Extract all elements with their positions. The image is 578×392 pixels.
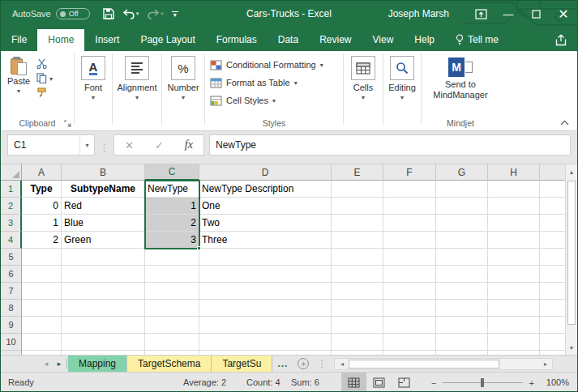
cell-F4[interactable] xyxy=(383,232,436,249)
save-button[interactable] xyxy=(103,8,114,19)
cell-E5[interactable] xyxy=(332,249,383,266)
vertical-scroll-thumb[interactable] xyxy=(567,181,576,325)
cell-H2[interactable] xyxy=(488,198,540,215)
customize-qat-button[interactable]: ▾ xyxy=(172,11,178,17)
cell-A8[interactable] xyxy=(22,300,62,317)
cell-B2[interactable]: Red xyxy=(62,198,145,215)
cell-E3[interactable] xyxy=(332,215,383,232)
cell-A3[interactable]: 1 xyxy=(22,215,62,232)
cell-partial-1[interactable] xyxy=(540,181,567,198)
cell-partial-7[interactable] xyxy=(540,283,567,300)
zoom-slider-thumb[interactable] xyxy=(481,378,484,387)
cell-G10[interactable] xyxy=(436,334,488,351)
cell-B9[interactable] xyxy=(62,317,145,334)
alignment-dropdown-icon[interactable]: ▾ xyxy=(135,94,139,101)
cell-G9[interactable] xyxy=(436,317,488,334)
scroll-down-button[interactable]: ▼ xyxy=(566,340,577,355)
row-header-1[interactable]: 1 xyxy=(1,181,22,198)
cell-partial-3[interactable] xyxy=(540,215,567,232)
cell-partial-10[interactable] xyxy=(540,334,567,351)
cell-F10[interactable] xyxy=(383,334,436,351)
tab-help[interactable]: Help xyxy=(404,29,445,51)
cell-C9[interactable] xyxy=(145,317,199,334)
column-header-partial[interactable] xyxy=(540,164,567,181)
row-header-9[interactable]: 9 xyxy=(1,317,22,334)
status-average[interactable]: Average: 2 xyxy=(183,377,226,387)
cell-C2[interactable]: 1 xyxy=(145,198,199,215)
cell-B3[interactable]: Blue xyxy=(62,215,145,232)
cell-G8[interactable] xyxy=(436,300,488,317)
cell-C5[interactable] xyxy=(145,249,199,266)
tab-view[interactable]: View xyxy=(362,29,405,51)
cell-E4[interactable] xyxy=(332,232,383,249)
format-painter-button[interactable] xyxy=(36,87,47,98)
status-count[interactable]: Count: 4 xyxy=(246,377,280,387)
undo-dropdown-icon[interactable]: ▾ xyxy=(136,11,139,17)
clipboard-dialog-launcher[interactable] xyxy=(64,120,71,127)
name-box[interactable]: C1 ▾ xyxy=(7,134,95,156)
cell-F7[interactable] xyxy=(383,283,436,300)
status-sum[interactable]: Sum: 6 xyxy=(291,377,319,387)
cell-F5[interactable] xyxy=(383,249,436,266)
cancel-button[interactable]: ✕ xyxy=(125,139,134,151)
column-header-C[interactable]: C xyxy=(145,164,199,181)
font-dropdown-icon[interactable]: ▾ xyxy=(92,94,95,101)
ribbon-group-editing[interactable]: Editing ▾ xyxy=(383,51,421,130)
cell-G3[interactable] xyxy=(436,215,488,232)
cell-G6[interactable] xyxy=(436,266,488,283)
row-header-4[interactable]: 4 xyxy=(1,232,22,249)
cell-D8[interactable] xyxy=(199,300,332,317)
cell-E10[interactable] xyxy=(332,334,383,351)
cell-A1[interactable]: Type xyxy=(22,181,62,198)
cell-B5[interactable] xyxy=(62,249,145,266)
maximize-button[interactable] xyxy=(522,1,550,27)
tab-insert[interactable]: Insert xyxy=(84,29,130,51)
column-header-E[interactable]: E xyxy=(332,164,383,181)
cell-H3[interactable] xyxy=(488,215,540,232)
cell-D6[interactable] xyxy=(199,266,332,283)
cell-partial-8[interactable] xyxy=(540,300,567,317)
horizontal-scroll-thumb[interactable] xyxy=(349,360,499,369)
zoom-out-button[interactable]: − xyxy=(431,378,436,388)
cell-E8[interactable] xyxy=(332,300,383,317)
horizontal-scrollbar[interactable]: ◂ ▸ xyxy=(334,358,553,370)
cell-F2[interactable] xyxy=(383,198,436,215)
zoom-slider[interactable] xyxy=(442,382,523,383)
ribbon-group-number[interactable]: % Number ▾ xyxy=(162,51,204,130)
cell-D3[interactable]: Two xyxy=(199,215,332,232)
redo-dropdown-icon[interactable]: ▾ xyxy=(161,11,164,17)
sheet-tab-targetschema[interactable]: TargetSchema xyxy=(127,356,212,372)
cell-H4[interactable] xyxy=(488,232,540,249)
cell-F1[interactable] xyxy=(383,181,436,198)
scroll-right-button[interactable]: ▸ xyxy=(538,359,552,369)
name-box-dropdown-icon[interactable]: ▾ xyxy=(79,135,94,155)
cell-C6[interactable] xyxy=(145,266,199,283)
cell-C7[interactable] xyxy=(145,283,199,300)
scroll-left-button[interactable]: ◂ xyxy=(335,359,349,369)
ribbon-group-alignment[interactable]: Alignment ▾ xyxy=(113,51,161,130)
next-sheet-button[interactable]: ▸ xyxy=(53,356,66,372)
enter-button[interactable]: ✓ xyxy=(155,139,164,151)
cell-C4[interactable]: 3 xyxy=(145,232,199,249)
cell-B4[interactable]: Green xyxy=(62,232,145,249)
cell-B10[interactable] xyxy=(62,334,145,351)
more-sheets-indicator[interactable]: ... xyxy=(272,356,293,372)
copy-button[interactable]: ▾ xyxy=(36,73,53,83)
cells-dropdown-icon[interactable]: ▾ xyxy=(362,94,365,101)
row-header-7[interactable]: 7 xyxy=(1,283,22,300)
cell-A7[interactable] xyxy=(22,283,62,300)
tab-data[interactable]: Data xyxy=(268,29,309,51)
normal-view-button[interactable] xyxy=(341,373,366,392)
column-header-H[interactable]: H xyxy=(488,164,540,181)
send-to-mindmanager-button[interactable]: M Send to MindManager xyxy=(422,53,499,100)
user-name[interactable]: Joseph Marsh xyxy=(388,8,449,19)
cell-B1[interactable]: SubtypeName xyxy=(62,181,145,198)
cell-G4[interactable] xyxy=(436,232,488,249)
column-header-G[interactable]: G xyxy=(436,164,488,181)
cell-F8[interactable] xyxy=(383,300,436,317)
autosave-pill[interactable]: Off xyxy=(56,8,90,19)
cell-F6[interactable] xyxy=(383,266,436,283)
cell-H10[interactable] xyxy=(488,334,540,351)
cell-partial-6[interactable] xyxy=(540,266,567,283)
row-header-3[interactable]: 3 xyxy=(1,215,22,232)
